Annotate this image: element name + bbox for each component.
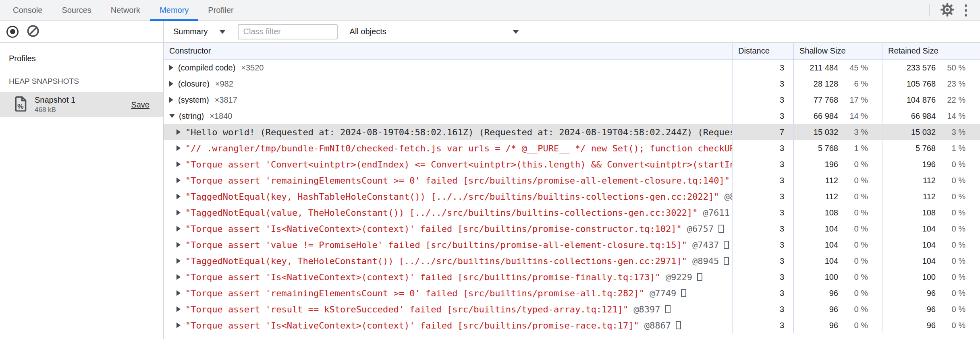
settings-button[interactable] bbox=[938, 1, 957, 20]
retained-size-cell-percent: 22 % bbox=[936, 95, 965, 105]
distance-cell: 3 bbox=[732, 108, 793, 124]
string-value: "TaggedNotEqual(key, TheHoleConstant()) … bbox=[185, 256, 687, 266]
table-row[interactable]: "Torque assert 'Is<NativeContext>(contex… bbox=[164, 269, 980, 285]
retained-size-cell-value: 5 768 bbox=[916, 144, 936, 153]
table-row[interactable]: (system)×3817377 76817 %104 87622 % bbox=[164, 92, 980, 108]
retained-size-cell-percent: 50 % bbox=[936, 63, 965, 72]
retained-size-cell-percent: 23 % bbox=[936, 79, 965, 89]
expand-arrow-icon[interactable] bbox=[176, 210, 181, 215]
shallow-size-cell: 960 % bbox=[793, 301, 882, 317]
constructor-cell: (closure)×982 bbox=[164, 76, 732, 92]
collapse-arrow-icon[interactable] bbox=[169, 114, 175, 118]
glyph-box-icon bbox=[681, 289, 686, 297]
object-id: @7437 bbox=[692, 240, 719, 250]
table-row[interactable]: "Hello world! (Requested at: 2024-08-19T… bbox=[164, 124, 980, 140]
expand-arrow-icon[interactable] bbox=[176, 258, 181, 264]
distance-cell-value: 3 bbox=[780, 321, 784, 330]
tab-console[interactable]: Console bbox=[3, 0, 52, 21]
constructor-cell: "Torque assert 'remainingElementsCount >… bbox=[164, 172, 732, 188]
shallow-size-cell-percent: 45 % bbox=[838, 63, 868, 72]
snapshot-name: Snapshot 1 bbox=[35, 95, 131, 105]
column-header-retained-size[interactable]: Retained Size bbox=[882, 43, 980, 59]
shallow-size-cell: 1040 % bbox=[793, 221, 882, 237]
retained-size-cell-value: 104 876 bbox=[907, 95, 936, 105]
retained-size-cell-percent: 3 % bbox=[936, 128, 965, 137]
sidebar-content: Profiles HEAP SNAPSHOTS % Snapshot 1 468… bbox=[0, 43, 163, 117]
shallow-size-cell-percent: 0 % bbox=[838, 321, 868, 330]
distance-cell: 3 bbox=[732, 60, 793, 76]
expand-arrow-icon[interactable] bbox=[169, 81, 173, 87]
expand-arrow-icon[interactable] bbox=[176, 274, 181, 280]
table-row[interactable]: "Torque assert 'result == kStoreSucceded… bbox=[164, 301, 980, 317]
expand-arrow-icon[interactable] bbox=[176, 129, 181, 135]
perspective-select[interactable]: Summary bbox=[173, 27, 226, 36]
retained-size-cell-value: 15 032 bbox=[911, 128, 936, 137]
clear-profiles-button[interactable] bbox=[27, 25, 39, 39]
expand-arrow-icon[interactable] bbox=[176, 306, 181, 312]
grid-header: Constructor Distance Shallow Size Retain… bbox=[164, 43, 980, 60]
expand-arrow-icon[interactable] bbox=[176, 194, 181, 199]
distance-cell: 3 bbox=[732, 317, 793, 333]
string-value: "Torque assert 'Is<NativeContext>(contex… bbox=[185, 224, 682, 234]
svg-text:%: % bbox=[17, 102, 24, 110]
object-filter-select[interactable]: All objects bbox=[350, 27, 519, 36]
table-row[interactable]: "Torque assert 'remainingElementsCount >… bbox=[164, 172, 980, 188]
glyph-box-icon bbox=[697, 273, 702, 281]
table-row[interactable]: "Torque assert 'value != PromiseHole' fa… bbox=[164, 237, 980, 253]
column-header-shallow-size[interactable]: Shallow Size bbox=[793, 43, 882, 59]
instance-count: ×1840 bbox=[210, 112, 232, 121]
shallow-size-cell: 1960 % bbox=[793, 156, 882, 172]
class-filter-input[interactable] bbox=[238, 24, 338, 39]
distance-cell-value: 3 bbox=[780, 208, 784, 217]
table-row[interactable]: "TaggedNotEqual(value, TheHoleConstant()… bbox=[164, 205, 980, 221]
string-value: "// .wrangler/tmp/bundle-FmNIt0/checked-… bbox=[185, 143, 732, 153]
tab-memory[interactable]: Memory bbox=[150, 0, 198, 21]
sidebar-toolbar bbox=[0, 21, 163, 43]
tab-sources[interactable]: Sources bbox=[52, 0, 101, 21]
constructor-cell: "Torque assert 'Is<NativeContext>(contex… bbox=[164, 317, 732, 333]
shallow-size-cell-value: 96 bbox=[829, 321, 838, 330]
column-header-constructor[interactable]: Constructor bbox=[164, 43, 732, 59]
snapshot-size: 468 kB bbox=[35, 106, 131, 114]
expand-arrow-icon[interactable] bbox=[176, 145, 181, 151]
expand-arrow-icon[interactable] bbox=[169, 97, 173, 103]
shallow-size-cell-percent: 0 % bbox=[838, 224, 868, 234]
shallow-size-cell-value: 104 bbox=[825, 224, 838, 234]
shallow-size-cell-percent: 14 % bbox=[838, 112, 868, 121]
retained-size-cell: 66 98414 % bbox=[882, 108, 980, 124]
chevron-down-icon bbox=[219, 30, 226, 34]
table-row[interactable]: "Torque assert 'Convert<uintptr>(endInde… bbox=[164, 156, 980, 172]
table-row[interactable]: "Torque assert 'remainingElementsCount >… bbox=[164, 285, 980, 301]
expand-arrow-icon[interactable] bbox=[176, 290, 181, 296]
table-row[interactable]: "TaggedNotEqual(key, HashTableHoleConsta… bbox=[164, 188, 980, 205]
retained-size-cell-percent: 0 % bbox=[936, 240, 965, 250]
table-row[interactable]: "Torque assert 'Is<NativeContext>(contex… bbox=[164, 221, 980, 237]
shallow-size-cell-percent: 0 % bbox=[838, 273, 868, 282]
expand-arrow-icon[interactable] bbox=[176, 242, 181, 248]
heap-snapshot-grid: Constructor Distance Shallow Size Retain… bbox=[164, 43, 980, 339]
expand-arrow-icon[interactable] bbox=[176, 226, 181, 232]
string-value: "Torque assert 'result == kStoreSucceded… bbox=[185, 304, 628, 314]
table-row[interactable]: "// .wrangler/tmp/bundle-FmNIt0/checked-… bbox=[164, 140, 980, 156]
expand-arrow-icon[interactable] bbox=[176, 322, 181, 328]
shallow-size-cell-percent: 0 % bbox=[838, 176, 868, 185]
tab-network[interactable]: Network bbox=[101, 0, 150, 21]
more-menu-button[interactable] bbox=[957, 1, 975, 20]
table-row[interactable]: (string)×1840366 98414 %66 98414 % bbox=[164, 108, 980, 124]
table-row[interactable]: "Torque assert 'Is<NativeContext>(contex… bbox=[164, 317, 980, 333]
save-snapshot-link[interactable]: Save bbox=[131, 100, 149, 110]
table-row[interactable]: (closure)×982328 1286 %105 76823 % bbox=[164, 76, 980, 92]
expand-arrow-icon[interactable] bbox=[176, 178, 181, 183]
sidebar-item-snapshot-1[interactable]: % Snapshot 1 468 kB Save bbox=[0, 92, 163, 117]
distance-cell-value: 3 bbox=[780, 192, 784, 201]
expand-arrow-icon[interactable] bbox=[176, 161, 181, 167]
table-row[interactable]: (compiled code)×35203211 48445 %233 5765… bbox=[164, 60, 980, 76]
take-heap-snapshot-button[interactable] bbox=[6, 26, 19, 38]
constructor-cell: "TaggedNotEqual(value, TheHoleConstant()… bbox=[164, 205, 732, 221]
expand-arrow-icon[interactable] bbox=[169, 65, 173, 70]
glyph-box-icon bbox=[724, 257, 729, 265]
tab-profiler[interactable]: Profiler bbox=[198, 0, 243, 21]
retained-size-cell-value: 96 bbox=[927, 321, 936, 330]
column-header-distance[interactable]: Distance bbox=[732, 43, 793, 59]
table-row[interactable]: "TaggedNotEqual(key, TheHoleConstant()) … bbox=[164, 253, 980, 269]
